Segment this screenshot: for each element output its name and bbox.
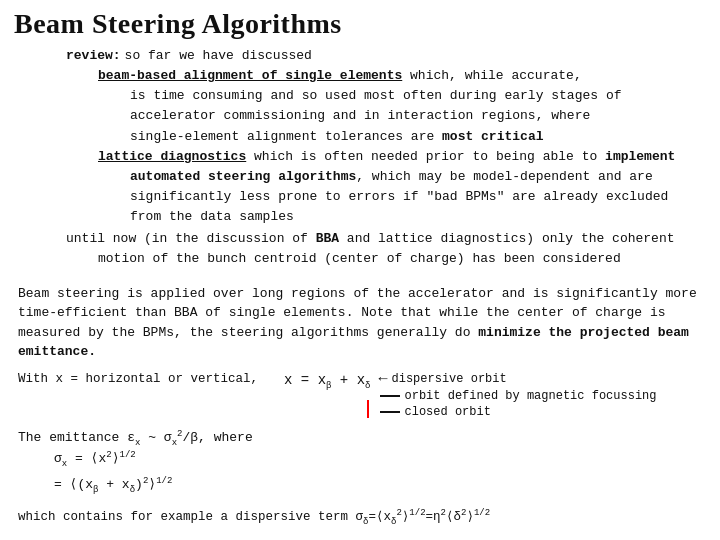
until-now-2: motion of the bunch centroid (center of … — [18, 249, 706, 269]
horiz-bar-icon — [380, 395, 400, 397]
sigma-line2: = ⟨(xβ + xδ)2⟩1/2 — [54, 473, 706, 498]
red-vertical-line — [367, 400, 369, 418]
magnetic-orbit-row: orbit defined by magnetic focussing — [380, 389, 656, 403]
closed-orbit-row: closed orbit — [380, 405, 656, 419]
review-label: review: — [66, 48, 121, 63]
until-now-1: until now (in the discussion of BBA and … — [18, 229, 706, 249]
page-title: Beam Steering Algorithms — [14, 8, 706, 40]
sigma-line1: σx = ⟨x2⟩1/2 — [54, 447, 706, 472]
main-paragraph: Beam steering is applied over long regio… — [18, 284, 706, 362]
bba-sub2: accelerator commissioning and in interac… — [18, 106, 706, 126]
equation-x: x = xβ + xδ — [284, 372, 370, 391]
equation-row: With x = horizontal or vertical, x = xβ … — [18, 372, 706, 419]
lattice-sub1: automated steering algorithms, which may… — [18, 167, 706, 187]
lattice-sub2: significantly less prone to errors if "b… — [18, 187, 706, 207]
item-bba-label: beam-based alignment of single elements — [98, 68, 402, 83]
dispersive-label: dispersive orbit — [392, 372, 507, 386]
sigma-lines: σx = ⟨x2⟩1/2 = ⟨(xβ + xδ)2⟩1/2 — [18, 447, 706, 497]
item-lattice: lattice diagnostics which is often neede… — [18, 147, 706, 167]
with-label: With x = horizontal or vertical, — [18, 372, 258, 386]
closed-orbit-label: closed orbit — [404, 405, 490, 419]
lattice-sub3: from the data samples — [18, 207, 706, 227]
arrow-labels: ← dispersive orbit orbit defined by magn… — [378, 372, 656, 419]
item-bba-after: which, while accurate, — [402, 68, 581, 83]
item-bba: beam-based alignment of single elements … — [18, 66, 706, 86]
review-intro: so far we have discussed — [125, 48, 312, 63]
red-bar-icon — [380, 411, 400, 413]
bba-sub1: is time consuming and so used most often… — [18, 86, 706, 106]
item-lattice-label: lattice diagnostics — [98, 149, 246, 164]
magnetic-label: orbit defined by magnetic focussing — [404, 389, 656, 403]
bba-sub3: single-element alignment tolerances are … — [18, 127, 706, 147]
item-lattice-after: which is often needed prior to being abl… — [246, 149, 675, 164]
emittance-section: The emittance εx ~ σx2/β, where σx = ⟨x2… — [18, 429, 706, 498]
review-section: review:so far we have discussed — [18, 46, 706, 66]
bottom-text: which contains for example a dispersive … — [18, 508, 706, 527]
left-arrow-dispersive: ← — [378, 372, 387, 387]
dispersive-orbit-row: ← dispersive orbit — [378, 372, 656, 387]
equation-area: x = xβ + xδ ← dispersive orbit orbit def… — [284, 372, 656, 419]
emittance-intro: The emittance εx ~ σx2/β, where — [18, 429, 706, 448]
